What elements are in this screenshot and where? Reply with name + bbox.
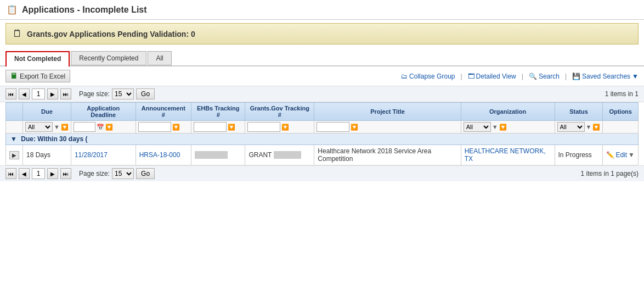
bottom-pagination-bar: ⏮ ◀ ▶ ⏭ Page size: 15 25 50 Go 1 items i… (0, 165, 644, 181)
filter-due-funnel[interactable]: 🔽 (61, 124, 69, 131)
top-pagination-info: 1 items in 1 (605, 90, 639, 98)
row-expand-button[interactable]: ▶ (9, 151, 19, 159)
edit-link[interactable]: Edit (615, 151, 627, 159)
filter-due-select[interactable]: All (25, 122, 53, 132)
filter-org-funnel[interactable]: 🔽 (499, 124, 507, 131)
export-excel-button[interactable]: 🖩 Export To Excel (5, 70, 70, 82)
group-header-text: Due: Within 30 days ( (21, 135, 87, 143)
filter-row: All ▼ 🔽 📅 🔽 🔽 (6, 121, 639, 134)
page-size-select[interactable]: 15 25 50 (112, 88, 134, 99)
next-page-button[interactable]: ▶ (47, 88, 58, 99)
filter-project-cell: 🔽 (314, 121, 461, 134)
table-wrap: Due Application Deadline Announcement # … (0, 102, 644, 165)
filter-project-funnel[interactable]: 🔽 (351, 124, 358, 131)
row-announcement-cell: HRSA-18-000 (135, 145, 191, 165)
go-button[interactable]: Go (136, 88, 155, 99)
col-status: Status (555, 103, 603, 121)
col-organization: Organization (461, 103, 555, 121)
filter-deadline-cal[interactable]: 📅 (97, 124, 104, 131)
collapse-icon: 🗂 (401, 73, 408, 80)
first-page-button[interactable]: ⏮ (5, 88, 16, 99)
col-options: Options (603, 103, 639, 121)
filter-grants-cell: 🔽 (245, 121, 314, 134)
row-options-cell: ✏️ Edit ▼ (603, 145, 639, 165)
filter-announcement-input[interactable] (138, 122, 171, 132)
filter-org-dropdown[interactable]: ▼ (492, 124, 498, 130)
col-ehbs-tracking: EHBs Tracking # (191, 103, 245, 121)
col-expand (6, 103, 23, 121)
search-link[interactable]: 🔍 Search (529, 73, 560, 80)
detailed-label: Detailed View (476, 73, 516, 80)
row-announcement-link[interactable]: HRSA-18-000 (139, 151, 180, 159)
filter-status-select[interactable]: All (557, 122, 585, 132)
tab-all[interactable]: All (148, 51, 171, 65)
filter-org-select[interactable]: All (464, 122, 491, 132)
pending-banner-text: Grants.gov Applications Pending Validati… (27, 30, 195, 38)
prev-page-button[interactable]: ◀ (19, 88, 30, 99)
collapse-group-link[interactable]: 🗂 Collapse Group (401, 73, 455, 80)
edit-dropdown-icon[interactable]: ▼ (628, 151, 635, 159)
row-ehbs-cell (191, 145, 245, 165)
filter-grants-funnel[interactable]: 🔽 (281, 124, 289, 131)
row-deadline-link[interactable]: 11/28/2017 (75, 151, 108, 159)
filter-status-funnel[interactable]: 🔽 (592, 124, 600, 131)
row-org-link[interactable]: HEALTHCARE NETWORK, TX (465, 147, 546, 163)
bottom-go-button[interactable]: Go (136, 168, 155, 179)
saved-searches-link[interactable]: 💾 Saved Searches ▼ (572, 73, 639, 80)
bottom-first-page-button[interactable]: ⏮ (5, 168, 16, 179)
group-collapse-icon[interactable]: ▼ (10, 135, 17, 143)
row-status-badge: In Progress (558, 151, 592, 159)
saved-searches-icon: 💾 (572, 73, 580, 80)
filter-deadline-funnel[interactable]: 🔽 (105, 124, 113, 131)
edit-icon: ✏️ (606, 151, 614, 159)
row-grants-redacted (274, 151, 301, 159)
filter-project-input[interactable] (317, 122, 349, 132)
bottom-page-size-select[interactable]: 15 25 50 (112, 168, 134, 179)
filter-grants-input[interactable] (247, 122, 280, 132)
filter-announcement-funnel[interactable]: 🔽 (172, 124, 180, 131)
table-header-row: Due Application Deadline Announcement # … (6, 103, 639, 121)
filter-options-cell (603, 121, 639, 134)
row-due-cell: 18 Days (23, 145, 71, 165)
bottom-next-page-button[interactable]: ▶ (47, 168, 58, 179)
toolbar-left: 🖩 Export To Excel (5, 70, 70, 82)
row-project-title: Healthcare Network 2018 Service Area Com… (318, 147, 431, 163)
tab-recently-completed[interactable]: Recently Completed (71, 51, 146, 65)
row-due-value: 18 Days (26, 151, 50, 159)
bottom-page-number-input[interactable] (32, 168, 45, 179)
tab-not-completed[interactable]: Not Completed (5, 51, 70, 66)
row-grants-grant: GRANT (248, 151, 272, 159)
page-number-input[interactable] (32, 88, 45, 99)
collapse-label: Collapse Group (409, 73, 455, 80)
row-status-cell: In Progress (555, 145, 603, 165)
filter-status-dropdown[interactable]: ▼ (586, 124, 592, 130)
filter-ehbs-input[interactable] (194, 122, 227, 132)
bottom-prev-page-button[interactable]: ◀ (19, 168, 30, 179)
saved-searches-label: Saved Searches (582, 73, 630, 80)
page-size-label: Page size: (79, 90, 110, 98)
bottom-pagination-info: 1 items in 1 page(s) (581, 170, 639, 177)
col-due: Due (23, 103, 71, 121)
filter-announcement-cell: 🔽 (135, 121, 191, 134)
bottom-last-page-button[interactable]: ⏭ (60, 168, 71, 179)
filter-ehbs-cell: 🔽 (191, 121, 245, 134)
col-announcement: Announcement # (135, 103, 191, 121)
row-expand-cell: ▶ (6, 145, 23, 165)
filter-deadline-input[interactable] (74, 122, 95, 132)
filter-due-icon[interactable]: ▼ (54, 124, 60, 130)
pending-banner-icon: 🗒 (13, 28, 22, 40)
tabs-bar: Not Completed Recently Completed All (0, 48, 644, 66)
bottom-pagination-left: ⏮ ◀ ▶ ⏭ Page size: 15 25 50 Go (5, 168, 155, 179)
filter-ehbs-funnel[interactable]: 🔽 (228, 124, 235, 131)
search-icon: 🔍 (529, 73, 537, 80)
group-header-row: ▼ Due: Within 30 days ( (6, 134, 639, 145)
table-row: ▶ 18 Days 11/28/2017 HRSA-18-000 GRANT (6, 145, 639, 165)
pending-banner: 🗒 Grants.gov Applications Pending Valida… (5, 23, 639, 45)
last-page-button[interactable]: ⏭ (60, 88, 71, 99)
row-ehbs-redacted (195, 151, 228, 159)
group-header-cell: ▼ Due: Within 30 days ( (6, 134, 639, 145)
top-pagination-bar: ⏮ ◀ ▶ ⏭ Page size: 15 25 50 Go 1 items i… (0, 86, 644, 102)
row-grants-cell: GRANT (245, 145, 314, 165)
page-title: Applications - Incomplete List (22, 5, 147, 15)
detailed-view-link[interactable]: 🗔 Detailed View (468, 73, 516, 80)
